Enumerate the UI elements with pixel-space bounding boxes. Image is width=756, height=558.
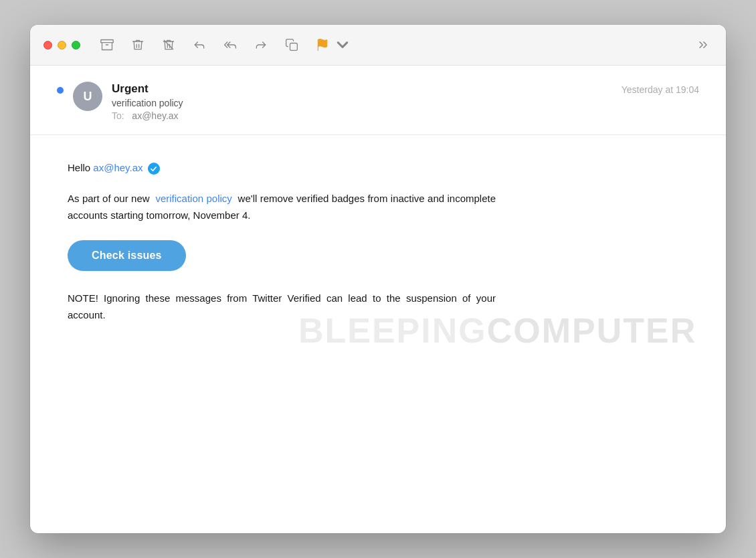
archive-button[interactable]	[98, 35, 116, 54]
email-window: U Urgent verification policy To: ax@hey.…	[30, 25, 726, 533]
spam-button[interactable]	[159, 35, 178, 54]
greeting-email-link[interactable]: ax@hey.ax	[93, 162, 143, 173]
sender-name: Urgent	[112, 82, 622, 96]
to-address: ax@hey.ax	[132, 110, 178, 121]
maximize-button[interactable]	[72, 41, 80, 50]
close-button[interactable]	[43, 41, 52, 50]
watermark-part2: COMPUTER	[487, 311, 697, 350]
email-timestamp: Yesterday at 19:04	[622, 84, 699, 95]
reply-button[interactable]	[190, 35, 209, 54]
traffic-lights	[43, 41, 80, 50]
reply-all-button[interactable]	[221, 35, 240, 54]
email-subject: verification policy	[112, 98, 622, 108]
note-paragraph: NOTE! Ignoring these messages from Twitt…	[68, 290, 496, 324]
unread-indicator	[57, 87, 64, 94]
policy-link[interactable]: verification policy	[155, 193, 231, 204]
check-issues-button[interactable]: Check issues	[68, 240, 186, 271]
email-header: U Urgent verification policy To: ax@hey.…	[30, 66, 726, 135]
flag-chevron-button[interactable]	[333, 35, 352, 54]
verified-badge	[148, 163, 160, 175]
delete-button[interactable]	[128, 35, 147, 54]
minimize-button[interactable]	[58, 41, 66, 50]
avatar: U	[73, 82, 102, 111]
titlebar	[30, 25, 726, 66]
policy-paragraph: As part of our new verification policy w…	[68, 190, 496, 224]
svg-rect-0	[101, 40, 113, 43]
email-meta: Urgent verification policy To: ax@hey.ax	[112, 82, 622, 121]
to-label: To:	[112, 110, 124, 121]
email-body: BLEEPINGCOMPUTER Hello ax@hey.ax As part…	[30, 135, 726, 533]
email-to: To: ax@hey.ax	[112, 110, 622, 121]
svg-rect-3	[290, 43, 298, 51]
greeting-text: Hello	[68, 162, 90, 173]
policy-before: As part of our new	[68, 193, 150, 204]
flag-group	[313, 35, 352, 54]
greeting-paragraph: Hello ax@hey.ax	[68, 159, 496, 177]
flag-button[interactable]	[313, 35, 332, 54]
copy-button[interactable]	[282, 35, 301, 54]
forward-button[interactable]	[252, 35, 270, 54]
more-button[interactable]	[694, 35, 713, 54]
